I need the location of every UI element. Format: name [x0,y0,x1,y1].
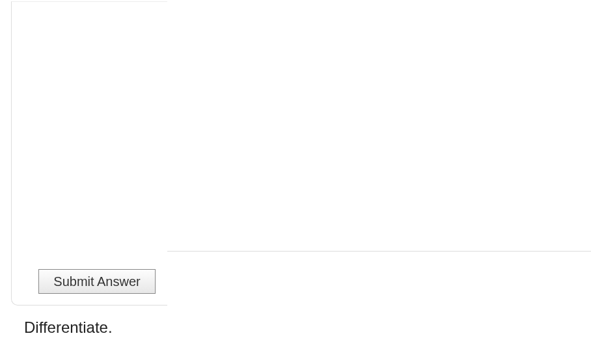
divider [167,251,591,252]
equation-display: f(x) = ex sin(x) + cos(x) [11,337,584,364]
eq-exponent: x [166,361,171,364]
submit-answer-button[interactable]: Submit Answer [38,269,156,294]
instruction-text: Differentiate. [11,306,584,337]
problem-container [11,1,167,306]
